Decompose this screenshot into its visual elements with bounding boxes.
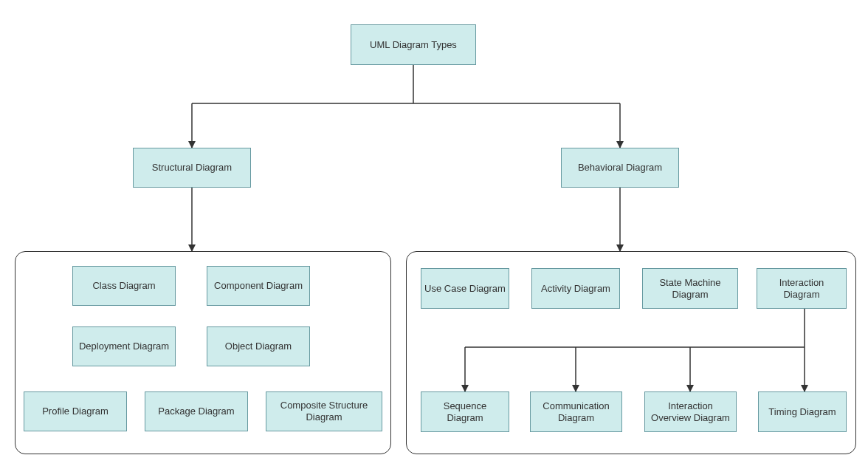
node-label: UML Diagram Types xyxy=(370,39,457,51)
node-object: Object Diagram xyxy=(207,326,310,366)
node-label: Component Diagram xyxy=(214,280,303,292)
node-label: Interaction Diagram xyxy=(760,277,843,300)
node-deployment: Deployment Diagram xyxy=(72,326,176,366)
node-label: Timing Diagram xyxy=(768,406,836,418)
node-label: Communication Diagram xyxy=(534,400,619,423)
node-label: Use Case Diagram xyxy=(424,283,506,295)
node-label: Profile Diagram xyxy=(42,406,108,417)
node-label: Deployment Diagram xyxy=(79,341,169,352)
node-label: Package Diagram xyxy=(158,406,234,417)
node-composite: Composite Structure Diagram xyxy=(266,391,382,431)
node-usecase: Use Case Diagram xyxy=(421,268,509,309)
node-statemachine: State Machine Diagram xyxy=(642,268,738,309)
node-communication: Communication Diagram xyxy=(530,391,622,432)
node-component: Component Diagram xyxy=(207,266,310,306)
node-activity: Activity Diagram xyxy=(531,268,620,309)
node-structural: Structural Diagram xyxy=(133,148,251,188)
node-label: Composite Structure Diagram xyxy=(269,400,379,423)
node-class: Class Diagram xyxy=(72,266,176,306)
node-label: Object Diagram xyxy=(225,341,292,352)
node-label: Sequence Diagram xyxy=(424,400,506,423)
node-label: Interaction Overview Diagram xyxy=(648,400,733,423)
node-label: Behavioral Diagram xyxy=(578,162,662,174)
node-label: Activity Diagram xyxy=(541,283,610,295)
node-interaction: Interaction Diagram xyxy=(757,268,847,309)
node-sequence: Sequence Diagram xyxy=(421,391,509,432)
node-label: Class Diagram xyxy=(92,280,155,292)
node-package: Package Diagram xyxy=(145,391,248,431)
node-label: Structural Diagram xyxy=(152,162,232,174)
node-profile: Profile Diagram xyxy=(24,391,127,431)
node-behavioral: Behavioral Diagram xyxy=(561,148,679,188)
node-overview: Interaction Overview Diagram xyxy=(644,391,737,432)
node-timing: Timing Diagram xyxy=(758,391,847,432)
diagram-canvas: UML Diagram Types Structural Diagram Beh… xyxy=(0,0,868,472)
node-root: UML Diagram Types xyxy=(351,24,476,65)
node-label: State Machine Diagram xyxy=(646,277,734,300)
